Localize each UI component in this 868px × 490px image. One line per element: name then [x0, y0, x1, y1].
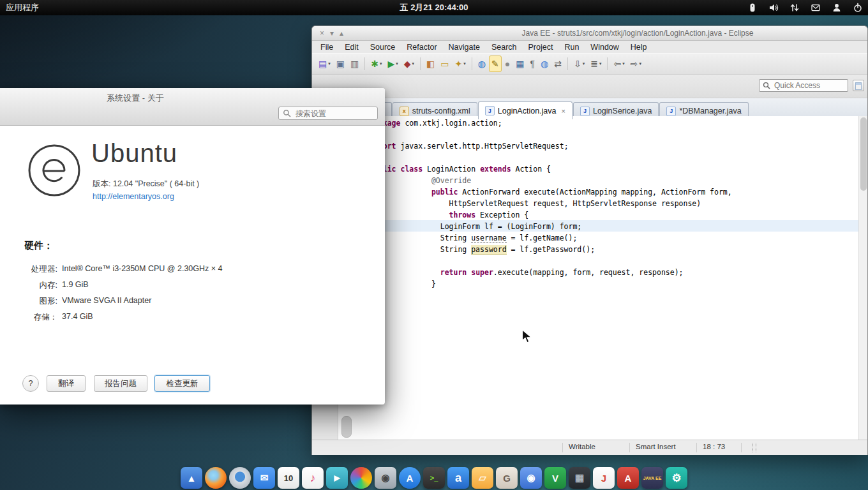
- photos-icon[interactable]: [350, 467, 372, 489]
- search-icon: [283, 109, 291, 117]
- menu-search[interactable]: Search: [486, 42, 523, 52]
- menu-source[interactable]: Source: [364, 42, 401, 52]
- run-icon[interactable]: ▶▾: [385, 56, 400, 72]
- website-link[interactable]: http://elementaryos.org: [93, 192, 174, 201]
- java-ide-icon[interactable]: J: [593, 467, 615, 489]
- updown-arrows-icon[interactable]: [789, 3, 800, 13]
- mail-icon[interactable]: [811, 3, 821, 13]
- code-editor[interactable]: package com.xtkj.login.action;import jav…: [312, 116, 867, 440]
- save-glyph: ▣: [336, 59, 345, 69]
- next-annotation-icon[interactable]: ⇩▾: [571, 56, 587, 72]
- eclipse-titlebar[interactable]: ×▾▴ Java EE - struts1/src/com/xtkj/login…: [312, 26, 867, 41]
- camera-icon[interactable]: ◉: [375, 467, 396, 489]
- perspective-button[interactable]: [853, 80, 864, 91]
- new-servlet-icon[interactable]: ◧: [424, 56, 437, 72]
- tab-close-icon[interactable]: ×: [562, 107, 565, 115]
- quick-access-input[interactable]: [773, 80, 844, 91]
- quick-access-box[interactable]: [759, 79, 848, 92]
- settings-search-input[interactable]: [294, 108, 370, 119]
- applications-menu[interactable]: 应用程序: [6, 2, 39, 13]
- minimize-button[interactable]: ▾: [330, 26, 334, 40]
- eclipse-toolbar: ▤▾▣▥✱▾▶▾◆▾◧▭✦▾◍✎●▦¶◍⇄⇩▾≣▾⇦▾⇨▾: [312, 53, 867, 75]
- translate-button[interactable]: 翻译: [47, 375, 86, 392]
- code-line: String password = lf.getPassword();: [440, 244, 595, 255]
- mark-occurrences-icon[interactable]: ✎: [489, 56, 502, 72]
- help-button[interactable]: ?: [22, 375, 39, 392]
- terminal-icon[interactable]: >_: [423, 467, 445, 489]
- clock[interactable]: 五 2月21 20:44:00: [400, 2, 468, 13]
- video-camera-icon[interactable]: ◉: [520, 467, 542, 489]
- code-line: HttpServletRequest request, HttpServletR…: [449, 198, 701, 209]
- web-browser-icon[interactable]: [229, 467, 251, 489]
- firefox-icon[interactable]: [205, 467, 227, 489]
- maximize-button[interactable]: ▴: [340, 26, 343, 40]
- mail-icon[interactable]: ✉: [253, 467, 275, 489]
- editor-scrollbar[interactable]: [858, 116, 867, 440]
- record-icon[interactable]: ●: [502, 56, 513, 72]
- settings-headerbar[interactable]: 系统设置 - 关于: [0, 88, 385, 126]
- settings-search-box[interactable]: [278, 107, 378, 120]
- editor-scrollbar-thumb[interactable]: [860, 117, 867, 191]
- dropdown-arrow-icon: ▾: [599, 61, 602, 66]
- debug-icon[interactable]: ✱▾: [368, 56, 384, 72]
- close-button[interactable]: ×: [320, 26, 324, 40]
- menu-run[interactable]: Run: [558, 42, 585, 52]
- calendar-icon[interactable]: 10: [278, 467, 299, 489]
- show-whitespace-icon[interactable]: ¶: [527, 56, 537, 72]
- check-updates-button[interactable]: 检查更新: [154, 375, 210, 392]
- tray: [747, 0, 863, 15]
- open-folder-icon[interactable]: ▭: [438, 56, 451, 72]
- system-settings-icon[interactable]: ⚙: [666, 467, 687, 489]
- forward-icon[interactable]: ⇨▾: [628, 56, 644, 72]
- code-line: public ActionForward execute(ActionMappi…: [431, 186, 732, 198]
- menu-file[interactable]: File: [315, 42, 339, 52]
- pdf-reader-icon[interactable]: A: [617, 467, 639, 489]
- spec-value: 1.9 GiB: [62, 280, 89, 291]
- eclipse-statusbar: Writable Smart Insert 18 : 73: [312, 440, 867, 455]
- volume-icon[interactable]: [768, 3, 779, 13]
- type-hierarchy-icon[interactable]: ≣▾: [588, 56, 604, 72]
- link-with-editor-icon[interactable]: ⇄: [551, 56, 564, 72]
- menu-refactor[interactable]: Refactor: [401, 42, 442, 52]
- power-icon[interactable]: [853, 3, 863, 13]
- external-browser-glyph: ◍: [541, 59, 548, 69]
- print-icon[interactable]: ▥: [348, 56, 361, 72]
- menu-project[interactable]: Project: [523, 42, 559, 52]
- new-wizard-drop-icon[interactable]: ✦▾: [453, 56, 468, 72]
- dock: ▲✉10♪▶◉A>_a▱G◉V▦JAJAVA EE⚙: [181, 467, 687, 489]
- videos-icon[interactable]: ▶: [326, 467, 348, 489]
- vim-icon[interactable]: V: [544, 467, 566, 489]
- java-file-icon: J: [580, 107, 590, 116]
- a-app-icon[interactable]: a: [447, 467, 469, 489]
- eclipse-menubar: FileEditSourceRefactorNavigateSearchProj…: [312, 41, 867, 53]
- touchpad-icon[interactable]: [747, 3, 758, 13]
- external-browser-icon[interactable]: ◍: [538, 56, 551, 72]
- spec-label: 处理器:: [9, 264, 57, 275]
- save-icon[interactable]: ▣: [334, 56, 347, 72]
- menu-edit[interactable]: Edit: [339, 42, 364, 52]
- user-icon[interactable]: [832, 3, 842, 13]
- new-table-icon[interactable]: ▦: [513, 56, 527, 72]
- back-icon[interactable]: ⇦▾: [611, 56, 627, 72]
- top-panel: 应用程序 五 2月21 20:44:00: [0, 0, 868, 15]
- dropdown-arrow-icon: ▾: [396, 61, 398, 66]
- new-wizard-icon[interactable]: ▤▾: [316, 56, 333, 72]
- editor-tab[interactable]: JLoginAction.java×: [478, 101, 572, 119]
- keyboard-terminal-icon[interactable]: ▦: [569, 467, 590, 489]
- java-file-icon: J: [666, 107, 676, 116]
- menu-navigate[interactable]: Navigate: [443, 42, 486, 52]
- menu-window[interactable]: Window: [585, 42, 624, 52]
- coverage-icon[interactable]: ◆▾: [401, 56, 417, 72]
- menu-help[interactable]: Help: [625, 42, 653, 52]
- applications-launcher-icon[interactable]: ▲: [181, 467, 202, 489]
- app-store-icon[interactable]: A: [399, 467, 421, 489]
- dropdown-arrow-icon: ▾: [412, 61, 415, 66]
- spec-value: VMware SVGA II Adapter: [62, 296, 151, 307]
- music-icon[interactable]: ♪: [302, 467, 324, 489]
- spec-label: 图形:: [9, 296, 57, 307]
- files-icon[interactable]: ▱: [472, 467, 493, 489]
- gimp-icon[interactable]: G: [496, 467, 518, 489]
- report-problem-button[interactable]: 报告问题: [94, 375, 147, 392]
- web-service-icon[interactable]: ◍: [475, 56, 488, 72]
- javaee-tool-icon[interactable]: JAVA EE: [641, 467, 663, 489]
